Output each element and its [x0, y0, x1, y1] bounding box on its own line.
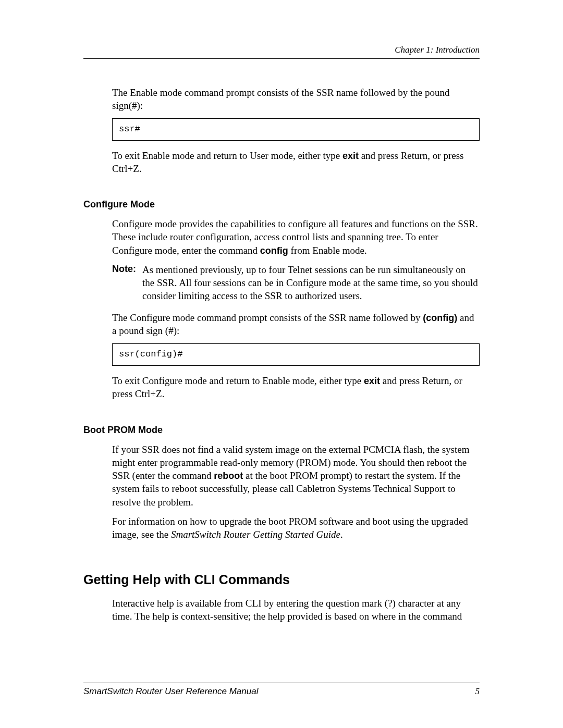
configure-note: Note: As mentioned previously, up to fou…: [112, 263, 480, 302]
manual-title: SmartSwitch Router User Reference Manual: [83, 686, 258, 697]
text: The Configure mode command prompt consis…: [112, 312, 423, 323]
text: To exit Configure mode and return to Ena…: [112, 375, 364, 386]
running-header: Chapter 1: Introduction: [83, 45, 480, 59]
configure-p3: To exit Configure mode and return to Ena…: [112, 374, 480, 401]
config-prompt-bold: (config): [423, 313, 457, 323]
configure-p1: Configure mode provides the capabilities…: [112, 217, 480, 257]
bootprom-p1: If your SSR does not find a valid system…: [112, 443, 480, 509]
referenced-guide: SmartSwitch Router Getting Started Guide: [171, 529, 340, 540]
help-heading: Getting Help with CLI Commands: [83, 572, 480, 587]
text: .: [340, 529, 343, 540]
exit-command: exit: [364, 376, 380, 386]
enable-codebox: ssr#: [112, 118, 480, 140]
help-section: Interactive help is available from CLI b…: [112, 597, 480, 623]
chapter-title: Chapter 1: Introduction: [395, 45, 480, 55]
exit-command: exit: [342, 151, 359, 161]
page-footer: SmartSwitch Router User Reference Manual…: [83, 683, 480, 697]
configure-heading: Configure Mode: [83, 199, 480, 210]
configure-codebox: ssr(config)#: [112, 343, 480, 365]
help-p1: Interactive help is available from CLI b…: [112, 597, 480, 623]
enable-section: The Enable mode command prompt consists …: [112, 86, 480, 175]
note-body: As mentioned previously, up to four Teln…: [142, 263, 480, 302]
configure-section: Configure mode provides the capabilities…: [112, 217, 480, 400]
config-command: config: [260, 245, 288, 256]
bootprom-heading: Boot PROM Mode: [83, 425, 480, 436]
text: To exit Enable mode and return to User m…: [112, 150, 342, 161]
page-number: 5: [475, 686, 480, 697]
reboot-command: reboot: [214, 471, 243, 481]
note-label: Note:: [112, 263, 136, 302]
enable-exit: To exit Enable mode and return to User m…: [112, 149, 480, 176]
configure-p2: The Configure mode command prompt consis…: [112, 311, 480, 338]
text: from Enable mode.: [288, 245, 367, 256]
page: Chapter 1: Introduction The Enable mode …: [0, 0, 563, 728]
bootprom-p2: For information on how to upgrade the bo…: [112, 515, 480, 541]
enable-intro: The Enable mode command prompt consists …: [112, 86, 480, 112]
bootprom-section: If your SSR does not find a valid system…: [112, 443, 480, 541]
text: The Enable mode command prompt consists …: [112, 87, 449, 111]
